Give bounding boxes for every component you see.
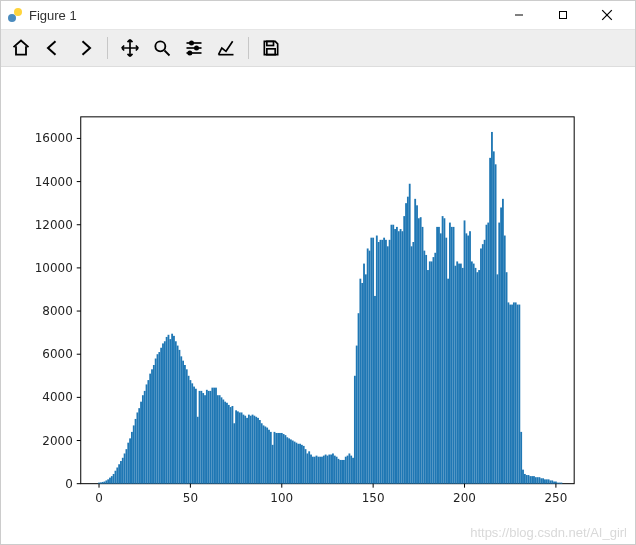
svg-rect-250 [524, 474, 526, 484]
svg-rect-222 [473, 264, 475, 484]
svg-rect-244 [513, 302, 515, 483]
svg-rect-257 [537, 477, 539, 483]
svg-rect-115 [277, 433, 279, 484]
svg-rect-43 [146, 384, 148, 483]
svg-rect-205 [442, 216, 444, 484]
svg-rect-66 [188, 376, 190, 484]
svg-rect-220 [469, 231, 471, 483]
minimize-button[interactable] [497, 1, 541, 29]
svg-rect-199 [431, 261, 433, 483]
svg-rect-89 [230, 407, 232, 484]
svg-rect-46 [151, 369, 153, 483]
svg-rect-149 [339, 460, 341, 484]
svg-rect-266 [553, 482, 555, 484]
forward-button[interactable] [71, 34, 99, 62]
svg-point-11 [195, 46, 198, 49]
svg-rect-203 [438, 227, 440, 484]
svg-rect-158 [356, 346, 358, 484]
svg-rect-174 [385, 240, 387, 484]
svg-rect-54 [166, 337, 168, 484]
svg-rect-240 [506, 272, 508, 483]
svg-rect-91 [233, 423, 235, 483]
svg-rect-105 [259, 420, 261, 484]
svg-rect-146 [334, 456, 336, 484]
save-button[interactable] [257, 34, 285, 62]
figure-window: Figure 1 [0, 0, 636, 545]
svg-rect-68 [191, 383, 193, 483]
svg-rect-34 [129, 438, 131, 483]
svg-rect-38 [136, 412, 138, 483]
svg-rect-94 [239, 412, 241, 483]
svg-rect-117 [281, 433, 283, 484]
svg-rect-164 [367, 248, 369, 483]
svg-text:200: 200 [453, 491, 476, 505]
svg-rect-256 [535, 477, 537, 483]
svg-rect-65 [186, 369, 188, 483]
svg-rect-111 [270, 432, 272, 484]
svg-rect-52 [162, 343, 164, 483]
svg-rect-81 [215, 388, 217, 484]
svg-rect-144 [330, 455, 332, 484]
close-button[interactable] [585, 1, 629, 29]
svg-rect-267 [555, 482, 557, 484]
svg-text:10000: 10000 [35, 261, 73, 275]
pan-button[interactable] [116, 34, 144, 62]
svg-rect-125 [295, 443, 297, 484]
svg-rect-197 [427, 270, 429, 484]
svg-rect-218 [465, 233, 467, 483]
svg-text:14000: 14000 [35, 175, 73, 189]
svg-rect-210 [451, 227, 453, 484]
maximize-button[interactable] [541, 1, 585, 29]
svg-rect-74 [202, 393, 204, 484]
svg-rect-221 [471, 261, 473, 483]
svg-rect-109 [266, 428, 268, 484]
svg-rect-181 [398, 231, 400, 483]
svg-rect-227 [482, 244, 484, 484]
svg-rect-47 [153, 365, 155, 484]
svg-rect-198 [429, 261, 431, 483]
zoom-button[interactable] [148, 34, 176, 62]
svg-rect-241 [507, 302, 509, 483]
svg-rect-22 [107, 479, 109, 483]
svg-rect-191 [416, 205, 418, 483]
svg-rect-248 [520, 432, 522, 484]
svg-rect-72 [199, 391, 201, 484]
svg-rect-130 [305, 449, 307, 484]
svg-rect-134 [312, 457, 314, 484]
svg-rect-235 [497, 274, 499, 483]
svg-rect-138 [319, 457, 321, 484]
svg-rect-172 [381, 240, 383, 484]
svg-text:12000: 12000 [35, 218, 73, 232]
svg-rect-116 [279, 433, 281, 484]
svg-rect-82 [217, 395, 219, 483]
svg-rect-121 [288, 438, 290, 483]
svg-rect-239 [504, 236, 506, 484]
edit-axes-button[interactable] [212, 34, 240, 62]
svg-rect-252 [528, 475, 530, 484]
svg-rect-156 [352, 458, 354, 484]
svg-rect-113 [274, 432, 276, 484]
svg-rect-229 [486, 225, 488, 484]
svg-rect-70 [195, 389, 197, 484]
svg-rect-212 [454, 266, 456, 484]
plot-area[interactable]: 0501001502002500200040006000800010000120… [1, 67, 635, 544]
svg-rect-41 [142, 395, 144, 483]
back-button[interactable] [39, 34, 67, 62]
svg-rect-135 [314, 457, 316, 484]
svg-rect-232 [491, 132, 493, 484]
home-button[interactable] [7, 34, 35, 62]
svg-rect-214 [458, 264, 460, 484]
svg-rect-27 [116, 467, 118, 483]
svg-rect-226 [480, 248, 482, 483]
svg-rect-106 [261, 423, 263, 483]
svg-rect-183 [401, 231, 403, 483]
svg-rect-102 [253, 416, 255, 484]
svg-rect-20 [104, 482, 106, 484]
svg-text:100: 100 [270, 491, 293, 505]
svg-rect-140 [323, 456, 325, 484]
svg-rect-186 [407, 197, 409, 484]
configure-subplots-button[interactable] [180, 34, 208, 62]
svg-rect-243 [511, 305, 513, 484]
svg-rect-196 [425, 255, 427, 484]
svg-rect-219 [467, 236, 469, 484]
